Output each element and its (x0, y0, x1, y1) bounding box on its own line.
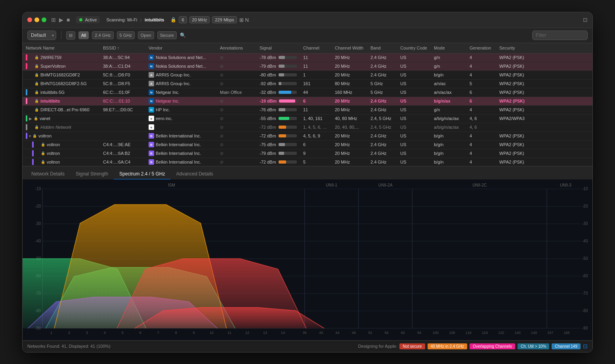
td-channel-width: 20 MHz (332, 55, 367, 60)
table-row[interactable]: 🔒 DIRECT-0B...et Pro 6960 98:E7:...:D0:0… (23, 106, 592, 114)
td-country: US (397, 160, 431, 164)
filter-search-input[interactable] (532, 30, 588, 40)
td-annotations: ⊘ (217, 107, 256, 112)
th-generation[interactable]: Generation (466, 46, 496, 50)
table-row[interactable]: 🔒 2WIRE759 38:A:...:5C:94 N Nokia Soluti… (23, 53, 592, 62)
vendor-icon: N (149, 90, 154, 95)
vendor-name: Belkin International Inc. (156, 142, 201, 147)
td-band: 2.4, 5 GHz (367, 125, 397, 130)
view-controls: ⊞ ▶ ■ (51, 17, 70, 23)
titlebar: ⊞ ▶ ■ Active Scanning: Wi-Fi | intuitibi… (23, 12, 592, 28)
filter-24ghz-btn[interactable]: 2.4 GHz (92, 31, 113, 39)
network-name-cell: Hidden Network (40, 125, 71, 130)
th-signal[interactable]: Signal (256, 46, 300, 50)
expand-arrow[interactable]: ▾ (29, 134, 31, 138)
network-name-cell: voltron (47, 160, 60, 164)
filter-all-btn[interactable]: All (78, 31, 89, 39)
th-channel[interactable]: Channel (300, 46, 332, 50)
signal-value: -78 dBm (260, 55, 276, 60)
td-generation: 4 (466, 72, 496, 77)
vendor-name: Belkin International Inc. (156, 133, 201, 138)
filter-secure-btn[interactable]: Secure (157, 31, 177, 39)
spectrum-chart (23, 179, 592, 340)
lock-icon-row: 🔒 (34, 64, 39, 68)
td-signal: -76 dBm (256, 107, 300, 112)
vendor-name: Netgear Inc. (156, 99, 180, 103)
close-button[interactable] (27, 17, 32, 22)
vendor-icon: N (149, 63, 154, 69)
tab-advanced-details[interactable]: Advanced Details (170, 169, 218, 180)
lock-icon-row: 🔒 (32, 134, 37, 138)
td-network: 🔒 2WIRE759 (23, 54, 100, 61)
td-vendor: N Netgear Inc. (145, 98, 217, 104)
filter-5ghz-btn[interactable]: 5 GHz (117, 31, 135, 39)
th-vendor[interactable]: Vendor (145, 46, 217, 50)
td-mode: a/n/ac/ax (431, 90, 466, 95)
table-row[interactable]: 🔒 intuitibits-5G 6C:C:...:01:0F N Netgea… (23, 88, 592, 97)
td-annotations: Main Office (217, 90, 256, 95)
td-generation: 4 (466, 55, 496, 60)
th-band[interactable]: Band (367, 46, 397, 50)
td-signal: -32 dBm (256, 90, 300, 95)
lock-icon-row: 🔒 (34, 73, 39, 77)
td-channel: 44 (300, 90, 332, 95)
channel-badge: 6 (179, 16, 187, 23)
resize-icon[interactable]: ⊡ (583, 17, 588, 23)
td-band: 2.4 GHz (367, 64, 397, 69)
toolbar: Default ⊟ All 2.4 GHz 5 GHz Open Secure … (23, 28, 592, 43)
td-mode: a/b/g/n/ac/ax (431, 125, 466, 130)
td-generation: 6 (466, 90, 496, 95)
table-row[interactable]: 🔒 BHMTG1682GD8F2 5C:8:...:D8:F0 A ARRIS … (23, 71, 592, 80)
fullscreen-button[interactable] (42, 17, 46, 22)
th-mode[interactable]: Mode (431, 46, 466, 50)
minimize-button[interactable] (34, 17, 39, 22)
td-bssid: C4:4:...:9E:AE (100, 142, 145, 147)
th-bssid[interactable]: BSSID ↑ (100, 46, 145, 50)
signal-bar-container (279, 126, 297, 129)
th-security[interactable]: Security (496, 46, 544, 50)
table-row[interactable]: 🔒 BHNTG1682GD8F2-5G 5C:8:...:D8:F5 A ARR… (23, 80, 592, 88)
sidebar-toggle-icon[interactable]: ⊞ (51, 17, 56, 23)
td-generation: 4 (466, 64, 496, 69)
badge-ch-util: Ch. Util > 10% (518, 343, 549, 349)
table-row[interactable]: 🔒 voltron C4:4:...:9E:AE B Belkin Intern… (23, 141, 592, 149)
td-country: US (397, 125, 431, 130)
tab-signal-strength[interactable]: Signal Strength (70, 169, 114, 180)
th-channel-width[interactable]: Channel Width (332, 46, 367, 50)
table-row[interactable]: ▶ 🔒 vanet e eero inc. ⊘ -55 dBm 1, 40, 1… (23, 114, 592, 123)
th-annotations[interactable]: Annotations (217, 46, 256, 50)
table-row[interactable]: 🔒 voltron C4:4:...:6A:C4 B Belkin Intern… (23, 158, 592, 166)
table-row[interactable]: 🔒 SuperVoltron 38:A:...:C1:D4 N Nokia So… (23, 62, 592, 71)
filter-open-btn[interactable]: Open (138, 31, 154, 39)
td-channel-width: 20 MHz (332, 160, 367, 164)
play-icon[interactable]: ▶ (59, 17, 63, 23)
signal-value: -75 dBm (260, 142, 276, 147)
network-name-cell: voltron (47, 142, 60, 147)
td-channel: 9 (300, 151, 332, 156)
td-generation: 6 (466, 99, 496, 103)
table-row[interactable]: 🔒 intuitibits 6C:C:...:01:10 N Netgear I… (23, 97, 592, 106)
td-annotations: ⊘ (217, 116, 256, 121)
th-country[interactable]: Country Code (397, 46, 431, 50)
td-channel: 1 (300, 72, 332, 77)
profile-select[interactable]: Default (27, 30, 56, 40)
vendor-icon: N (149, 98, 154, 104)
table-row[interactable]: 🔒 Hidden Network e ⊘ -72 dBm 1, 4, 5, 6,… (23, 123, 592, 132)
td-security: WPA2 (PSK) (496, 81, 544, 86)
vendor-icon: A (149, 72, 154, 78)
td-country: US (397, 116, 431, 121)
td-country: US (397, 151, 431, 156)
table-row[interactable]: 🔒 voltron C4:4:...:6A:B2 B Belkin Intern… (23, 149, 592, 158)
table-body: 🔒 2WIRE759 38:A:...:5C:94 N Nokia Soluti… (23, 53, 592, 166)
table-row[interactable]: ▾ 🔒 voltron B Belkin International Inc. … (23, 132, 592, 141)
td-security: WPA2/WPA3 (496, 116, 544, 121)
color-indicator (26, 98, 27, 104)
tab-spectrum-2.4-/-5-ghz[interactable]: Spectrum 2.4 / 5 GHz (114, 169, 170, 180)
expand-arrow[interactable]: ▶ (29, 116, 32, 121)
stop-icon[interactable]: ■ (67, 17, 70, 23)
signal-bar (279, 126, 286, 129)
color-indicator (32, 141, 34, 148)
color-indicator (26, 124, 27, 130)
filter-icon-btn[interactable]: ⊟ (66, 31, 75, 40)
tab-network-details[interactable]: Network Details (26, 169, 70, 180)
